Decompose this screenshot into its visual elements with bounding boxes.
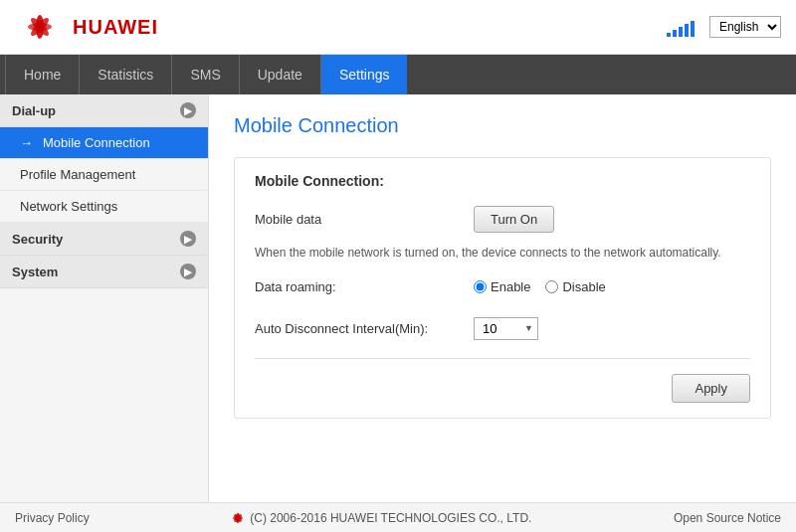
signal-bar-1 [667,33,671,37]
sidebar-section-dialup[interactable]: Dial-up ▶ [0,94,208,127]
sidebar-section-security-arrow: ▶ [180,231,196,247]
enable-radio[interactable] [474,280,487,293]
sidebar-section-security-label: Security [12,232,63,247]
signal-bar-3 [679,27,683,37]
auto-disconnect-select-wrap: Never 1 5 10 20 30 60 [474,317,538,340]
turn-on-button[interactable]: Turn On [474,206,554,233]
huawei-logo-icon [15,10,65,45]
logo-area: HUAWEI [15,10,158,45]
mobile-connection-section: Mobile Connection: Mobile data Turn On W… [234,157,771,419]
content-area: Mobile Connection Mobile Connection: Mob… [209,94,796,502]
mobile-data-control: Turn On [474,206,750,233]
sidebar-section-system-arrow: ▶ [180,264,196,279]
main-area: Dial-up ▶ Mobile Connection Profile Mana… [0,94,796,502]
disable-label: Disable [562,279,605,294]
enable-radio-label[interactable]: Enable [474,279,530,294]
auto-disconnect-row: Auto Disconnect Interval(Min): Never 1 5… [255,313,750,343]
divider [255,358,750,359]
top-right-controls: English 中文 [667,16,781,38]
language-select[interactable]: English 中文 [709,16,781,38]
enable-label: Enable [491,279,530,294]
auto-disconnect-select[interactable]: Never 1 5 10 20 30 60 [474,317,538,340]
auto-disconnect-control: Never 1 5 10 20 30 60 [474,317,750,340]
helper-text: When the mobile network is turned on, th… [255,246,750,260]
signal-bar-5 [691,21,695,37]
section-title: Mobile Connection: [255,173,750,189]
signal-bar-2 [673,30,677,37]
data-roaming-label: Data roaming: [255,279,474,294]
apply-button[interactable]: Apply [672,374,750,403]
sidebar-item-profile-management[interactable]: Profile Management [0,159,208,191]
sidebar-section-system[interactable]: System ▶ [0,256,208,288]
sidebar-section-system-label: System [12,265,58,279]
auto-disconnect-label: Auto Disconnect Interval(Min): [255,321,474,336]
sidebar-section-security[interactable]: Security ▶ [0,223,208,256]
sidebar-section-dialup-arrow: ▶ [180,102,196,118]
sidebar-item-network-settings[interactable]: Network Settings [0,191,208,223]
top-bar: HUAWEI English 中文 [0,0,796,55]
footer-center: (C) 2006-2016 HUAWEI TECHNOLOGIES CO., L… [231,511,531,525]
signal-icon [667,17,695,37]
disable-radio-label[interactable]: Disable [545,279,605,294]
copyright-text: (C) 2006-2016 HUAWEI TECHNOLOGIES CO., L… [250,511,531,525]
nav-item-settings[interactable]: Settings [321,55,408,94]
brand-name: HUAWEI [73,16,158,39]
data-roaming-row: Data roaming: Enable Disable [255,271,750,301]
data-roaming-control: Enable Disable [474,279,750,294]
nav-item-sms[interactable]: SMS [172,55,239,94]
footer: Privacy Policy (C) 2006-2016 HUAWEI TECH… [0,502,796,532]
sidebar: Dial-up ▶ Mobile Connection Profile Mana… [0,94,209,502]
data-roaming-radio-group: Enable Disable [474,279,606,294]
mobile-data-label: Mobile data [255,212,474,227]
privacy-policy-link[interactable]: Privacy Policy [15,511,90,525]
footer-logo-icon [231,511,245,525]
signal-bar-4 [685,24,689,37]
disable-radio[interactable] [545,280,558,293]
nav-item-statistics[interactable]: Statistics [80,55,172,94]
nav-item-home[interactable]: Home [5,55,80,94]
mobile-data-row: Mobile data Turn On [255,204,750,234]
page-title: Mobile Connection [234,114,771,137]
nav-bar: Home Statistics SMS Update Settings [0,55,796,94]
sidebar-section-dialup-label: Dial-up [12,103,56,118]
sidebar-item-mobile-connection[interactable]: Mobile Connection [0,127,208,159]
open-source-notice-link[interactable]: Open Source Notice [674,511,781,525]
nav-item-update[interactable]: Update [240,55,321,94]
apply-row: Apply [255,374,750,403]
